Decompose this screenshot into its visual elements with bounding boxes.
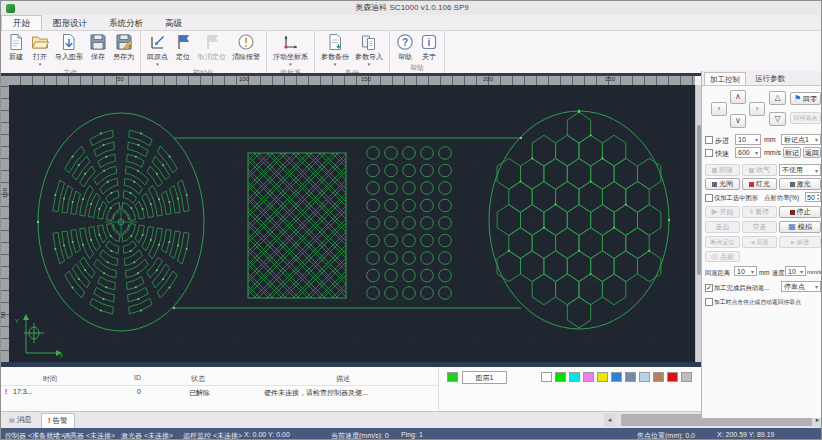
rollback-speed-select[interactable]: 10 xyxy=(785,266,806,276)
ribbon-button[interactable]: 定位 xyxy=(171,32,195,62)
current-layer-button[interactable]: 图层1 xyxy=(462,371,507,384)
return-button[interactable]: 返回 xyxy=(803,147,821,158)
ribbon-group: ?帮助i关于帮助 xyxy=(390,31,445,73)
open-folder-icon xyxy=(31,33,49,51)
gas-select[interactable]: 不使用 xyxy=(779,164,821,176)
scroll-left-icon[interactable]: ◂ xyxy=(604,413,615,427)
layer-color-swatch[interactable] xyxy=(583,372,594,382)
ribbon-group: 新建打开▾导入图形保存另存为文件 xyxy=(1,31,141,73)
auto-return-checkbox[interactable] xyxy=(705,284,713,292)
fast-checkbox[interactable] xyxy=(705,149,713,157)
layer-color-swatch[interactable] xyxy=(569,372,580,382)
ribbon-button[interactable]: 导入图形 xyxy=(52,32,86,62)
bottom-tab-message[interactable]: ▤消息 xyxy=(3,413,38,428)
trace-edge-button: 走边 xyxy=(705,221,740,233)
fast-speed-select[interactable]: 600 xyxy=(735,147,761,158)
go-dock-button: 回停靠点 xyxy=(790,112,821,124)
toggle-state-icon xyxy=(749,168,754,173)
auto-return-label: 加工完成后自动返... xyxy=(714,284,770,293)
status-item: 远程监控 <未连接> xyxy=(183,431,242,440)
blow-toggle-button: 吹气 xyxy=(742,164,777,176)
cancel-locate-icon xyxy=(203,33,221,51)
redlight-toggle-button[interactable]: 红光 xyxy=(742,178,777,190)
ribbon-button[interactable]: 回原点▾ xyxy=(144,32,171,67)
ruler-label: 50 xyxy=(117,76,124,82)
stop-return-checkbox[interactable] xyxy=(705,298,713,306)
layer-color-swatch[interactable] xyxy=(597,372,608,382)
dock-point-select[interactable]: 停靠点 xyxy=(781,281,821,292)
ribbon-button-label: 另存为 xyxy=(113,52,134,62)
ruler-label: 250 xyxy=(605,76,615,82)
stop-button[interactable]: 停止 xyxy=(779,206,821,218)
ribbon-tab[interactable]: 系统分析 xyxy=(98,16,154,31)
tab-machining-control[interactable]: 加工控制 xyxy=(704,72,746,86)
spinner-arrows-icon[interactable]: ▴▾ xyxy=(817,193,819,201)
jog-left-button[interactable]: ‹ xyxy=(711,102,727,116)
mark-button[interactable]: 标记 xyxy=(783,147,801,158)
simulate-button[interactable]: ▦模拟 xyxy=(779,221,821,233)
burst-power-spinner[interactable]: 50▴▾ xyxy=(805,192,821,202)
jog-down-button[interactable]: ∨ xyxy=(730,114,746,128)
log-cell-time[interactable]: 17:3... xyxy=(13,388,32,395)
only-selected-checkbox[interactable] xyxy=(705,194,713,202)
about-icon: i xyxy=(420,33,438,51)
ribbon-tab[interactable]: 高级 xyxy=(154,16,193,31)
ribbon-tab[interactable]: 图形设计 xyxy=(42,16,98,31)
log-cell-status[interactable]: 已解除 xyxy=(189,388,210,398)
rollback-speed-unit: mm/s xyxy=(807,269,822,275)
go-home-button[interactable]: ⚑回零 xyxy=(790,92,821,105)
status-item: 焦点位置(mm): 0.0 xyxy=(637,431,695,440)
jog-up-button[interactable]: ∧ xyxy=(730,90,746,104)
bottom-tab-alarm[interactable]: !告警 xyxy=(41,413,75,429)
follow-toggle-button: 跟随 xyxy=(705,164,740,176)
ribbon-button[interactable]: i关于 xyxy=(417,32,441,62)
log-cell-desc[interactable]: 硬件未连接，请检查控制器及驱... xyxy=(264,388,368,398)
log-col-desc: 描述 xyxy=(336,374,350,384)
z-down-button[interactable]: ▽ xyxy=(769,112,786,126)
layer-color-swatch[interactable] xyxy=(625,372,636,382)
alarm-icon: ! xyxy=(5,388,7,395)
layer-color-swatch[interactable] xyxy=(681,372,692,382)
shutter-toggle-button[interactable]: 光闸 xyxy=(705,178,740,190)
laser-toggle-button[interactable]: 激光 xyxy=(779,178,821,190)
tab-run-parameters[interactable]: 运行参数 xyxy=(750,72,790,85)
fast-label: 快速 xyxy=(715,149,729,159)
ribbon-button[interactable]: 参数备份▾ xyxy=(318,32,352,67)
ribbon-button[interactable]: 新建 xyxy=(4,32,28,62)
layer-color-swatch[interactable] xyxy=(541,372,552,382)
ribbon-button[interactable]: 打开▾ xyxy=(28,32,52,67)
layer-color-swatch[interactable] xyxy=(555,372,566,382)
title-bar[interactable]: 奥森迪科 SC1000 v1.0.106 SP9 xyxy=(1,1,822,15)
ribbon-button[interactable]: 保存 xyxy=(86,32,110,62)
layer-color-swatch[interactable] xyxy=(639,372,650,382)
play-icon: ▶ xyxy=(711,208,717,216)
ribbon-button[interactable]: 清除报警 xyxy=(229,32,263,62)
cad-canvas[interactable]: Yx xyxy=(1,85,695,362)
step-checkbox[interactable] xyxy=(705,136,713,144)
mark-point-select[interactable]: 标记点1 xyxy=(781,134,821,145)
ruler-label: 50 xyxy=(0,312,6,319)
layer-color-swatch[interactable] xyxy=(611,372,622,382)
import-graphic-icon xyxy=(60,33,78,51)
current-layer-swatch[interactable] xyxy=(447,372,458,382)
ruler-label: 150 xyxy=(361,76,371,82)
z-up-button[interactable]: △ xyxy=(769,91,786,105)
ribbon-button[interactable]: 浮动坐标系▾ xyxy=(270,32,311,67)
ribbon-button[interactable]: 参数导入▾ xyxy=(352,32,386,67)
rollback-distance-select[interactable]: 10 xyxy=(734,266,757,276)
layer-color-swatch[interactable] xyxy=(667,372,678,382)
ribbon-button[interactable]: ?帮助 xyxy=(393,32,417,62)
layer-color-swatch[interactable] xyxy=(653,372,664,382)
log-cell-id[interactable]: 0 xyxy=(137,388,141,395)
step-distance-select[interactable]: 10 xyxy=(735,134,761,145)
jog-right-button[interactable]: › xyxy=(749,102,765,116)
locate-icon xyxy=(174,33,192,51)
ribbon-button[interactable]: 另存为 xyxy=(110,32,137,62)
param-backup-icon xyxy=(326,33,344,51)
log-col-time: 时间 xyxy=(43,374,57,384)
step-unit: mm xyxy=(764,136,776,143)
ribbon-tab-bar: 开始图形设计系统分析高级 xyxy=(1,15,822,31)
ribbon-tab[interactable]: 开始 xyxy=(1,15,42,30)
svg-text:Y: Y xyxy=(15,318,19,324)
ribbon-button-label: 保存 xyxy=(91,52,105,62)
